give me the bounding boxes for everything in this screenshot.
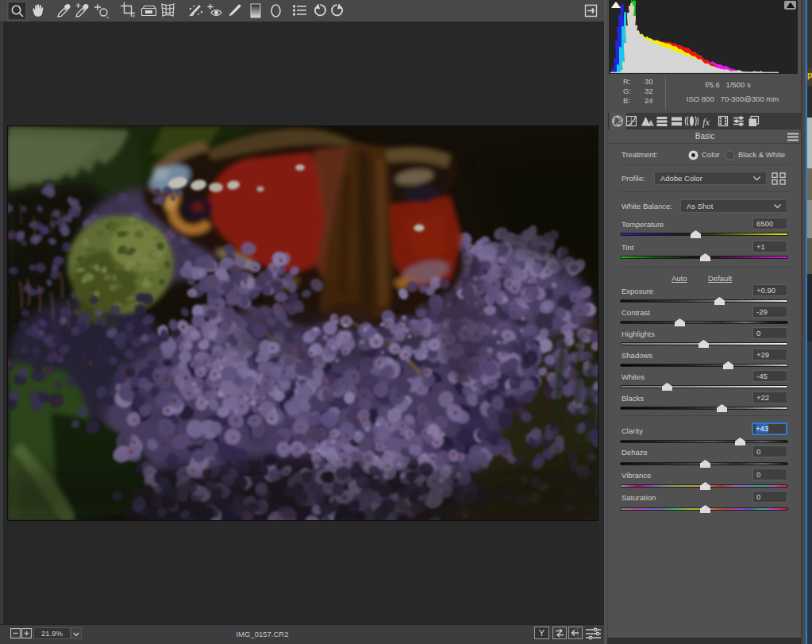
svg-text:fx: fx xyxy=(702,116,710,128)
